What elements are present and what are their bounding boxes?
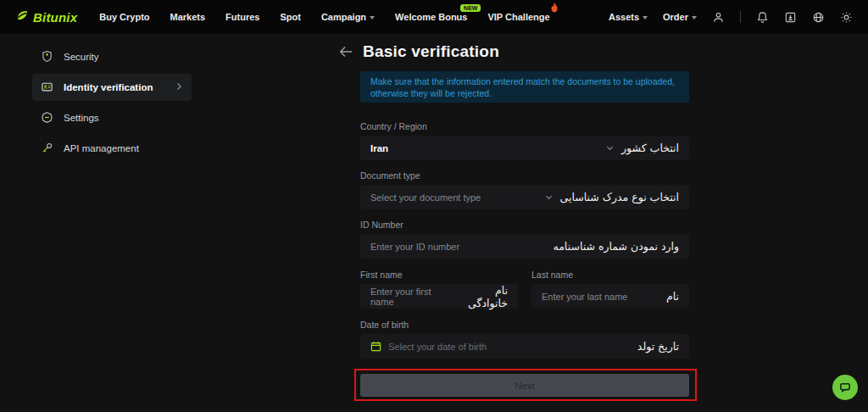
- date-of-birth-rtl-text: تاریخ تولد: [637, 340, 679, 353]
- last-name-label: Last name: [531, 270, 573, 280]
- date-of-birth-picker[interactable]: Select your date of birth تاریخ تولد: [360, 334, 689, 359]
- country-region-label: Country / Region: [360, 121, 427, 131]
- nav-buy-crypto[interactable]: Buy Crypto: [99, 12, 149, 22]
- sidebar-item-settings[interactable]: Settings: [32, 104, 192, 131]
- header-divider: [740, 11, 741, 23]
- bell-icon[interactable]: [756, 11, 769, 24]
- id-number-input[interactable]: Enter your ID number وارد نمودن شماره شن…: [360, 234, 689, 259]
- id-number-label: ID Number: [360, 220, 403, 230]
- date-of-birth-placeholder: Select your date of birth: [388, 342, 487, 352]
- notice-banner: Make sure that the information entered m…: [360, 71, 689, 103]
- bitunix-logo-icon: [15, 8, 30, 26]
- settings-icon: [41, 111, 53, 125]
- sidebar-item-identity-verification[interactable]: Identity verification: [32, 74, 192, 101]
- sidebar-item-label: Security: [64, 52, 99, 62]
- live-chat-button[interactable]: [832, 375, 858, 400]
- globe-icon[interactable]: [812, 11, 825, 24]
- nav-futures[interactable]: Futures: [225, 12, 259, 22]
- country-rtl-text: انتخاب کشور: [621, 142, 679, 154]
- country-region-select[interactable]: Iran انتخاب کشور: [360, 136, 689, 160]
- document-type-placeholder: Select your document type: [370, 192, 481, 203]
- api-icon: [41, 142, 53, 156]
- date-of-birth-label: Date of birth: [360, 320, 409, 330]
- nav-markets[interactable]: Markets: [170, 12, 206, 22]
- settings-sidebar: Security Identity verification Settings …: [32, 43, 192, 165]
- calendar-icon: [370, 341, 381, 352]
- sidebar-item-label: Settings: [64, 113, 99, 123]
- document-type-rtl-text: انتخاب نوع مدرک شناسایی: [560, 191, 679, 203]
- theme-icon[interactable]: [840, 11, 853, 24]
- last-name-placeholder: Enter your last name: [542, 292, 628, 302]
- title-row: Basic verification: [339, 42, 499, 61]
- nav-spot[interactable]: Spot: [280, 12, 300, 22]
- next-button[interactable]: Next: [360, 374, 689, 397]
- first-name-rtl-text: نام خانوادگی: [453, 284, 508, 309]
- chat-bubble-icon: [838, 381, 852, 394]
- first-name-label: First name: [360, 270, 403, 280]
- id-card-icon: [41, 81, 53, 95]
- chevron-right-icon: [175, 82, 183, 92]
- country-value: Iran: [370, 143, 388, 153]
- sidebar-item-api-management[interactable]: API management: [32, 135, 192, 162]
- last-name-input[interactable]: Enter your last name نام: [531, 284, 689, 309]
- page: Bitunix Buy Crypto Markets Futures Spot …: [0, 0, 868, 412]
- id-number-placeholder: Enter your ID number: [370, 242, 459, 252]
- id-number-rtl-text: وارد نمودن شماره شناسنامه: [553, 240, 679, 253]
- app-download-icon[interactable]: [784, 11, 797, 24]
- chevron-down-icon: [545, 193, 553, 201]
- sidebar-item-security[interactable]: Security: [32, 43, 192, 70]
- last-name-rtl-text: نام: [666, 290, 679, 303]
- bitunix-logo[interactable]: Bitunix: [15, 8, 77, 26]
- first-name-input[interactable]: Enter your first name نام خانوادگی: [360, 284, 518, 309]
- bitunix-logo-text: Bitunix: [33, 10, 77, 25]
- sidebar-item-label: Identity verification: [64, 82, 153, 92]
- document-type-select[interactable]: Select your document type انتخاب نوع مدر…: [360, 185, 689, 209]
- back-arrow-icon[interactable]: [339, 46, 353, 58]
- document-type-label: Document type: [360, 170, 420, 181]
- first-name-placeholder: Enter your first name: [370, 287, 453, 307]
- sidebar-item-label: API management: [64, 143, 139, 153]
- chevron-down-icon: [606, 144, 614, 152]
- shield-icon: [41, 50, 53, 64]
- user-icon[interactable]: [712, 11, 725, 24]
- page-title: Basic verification: [363, 42, 499, 61]
- verification-panel: Basic verification Make sure that the in…: [339, 0, 698, 412]
